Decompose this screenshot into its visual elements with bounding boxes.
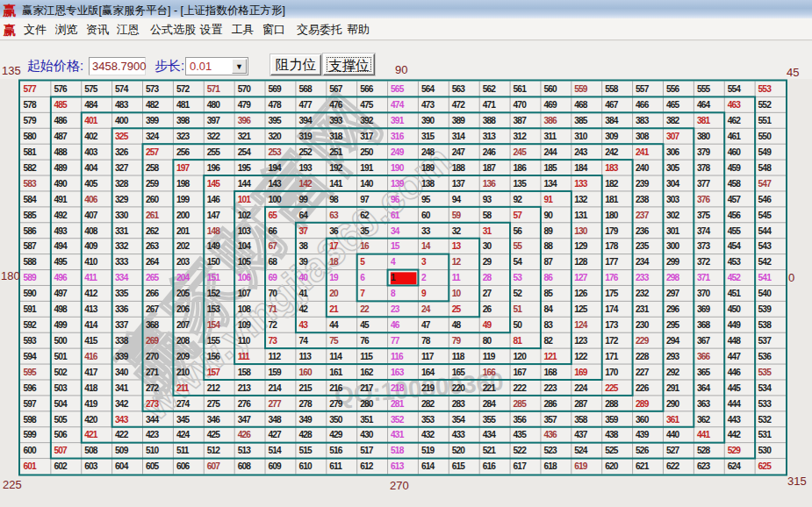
svg-text:172: 172 (605, 336, 619, 346)
svg-text:456: 456 (728, 211, 742, 220)
svg-text:168: 168 (544, 368, 558, 377)
svg-text:40: 40 (298, 273, 308, 282)
svg-text:255: 255 (207, 147, 221, 157)
svg-text:56: 56 (514, 226, 523, 236)
svg-text:142: 142 (298, 179, 313, 189)
svg-text:582: 582 (24, 163, 38, 173)
svg-text:455: 455 (728, 226, 742, 236)
svg-text:497: 497 (54, 289, 68, 298)
svg-text:24: 24 (421, 304, 431, 314)
svg-text:19: 19 (329, 273, 339, 282)
svg-text:426: 426 (238, 430, 252, 439)
svg-text:414: 414 (84, 320, 98, 330)
svg-text:22: 22 (360, 304, 370, 314)
svg-text:321: 321 (238, 132, 252, 141)
svg-text:390: 390 (421, 116, 435, 125)
svg-text:382: 382 (666, 116, 680, 125)
svg-text:39: 39 (298, 257, 308, 267)
svg-text:450: 450 (728, 304, 742, 314)
svg-text:254: 254 (238, 147, 252, 157)
svg-text:48: 48 (452, 320, 462, 330)
svg-text:265: 265 (146, 273, 160, 282)
svg-text:509: 509 (115, 446, 129, 455)
svg-text:404: 404 (84, 163, 98, 173)
svg-text:338: 338 (115, 336, 129, 346)
svg-text:323: 323 (176, 132, 190, 141)
svg-text:137: 137 (452, 179, 466, 189)
svg-text:464: 464 (697, 100, 711, 110)
svg-text:100: 100 (269, 195, 283, 204)
svg-text:233: 233 (636, 273, 650, 282)
svg-text:373: 373 (697, 241, 711, 251)
svg-text:90: 90 (544, 211, 554, 220)
svg-text:388: 388 (483, 116, 497, 125)
svg-text:70: 70 (269, 289, 278, 298)
svg-text:515: 515 (298, 446, 313, 455)
svg-text:548: 548 (758, 163, 772, 173)
svg-text:392: 392 (360, 116, 374, 125)
svg-text:80: 80 (483, 336, 492, 346)
svg-text:101: 101 (238, 195, 252, 204)
svg-text:230: 230 (636, 320, 650, 330)
svg-text:58: 58 (483, 211, 492, 220)
svg-text:572: 572 (176, 84, 190, 94)
svg-text:605: 605 (146, 461, 160, 471)
svg-text:285: 285 (514, 399, 528, 409)
svg-text:76: 76 (360, 336, 370, 346)
svg-text:283: 283 (452, 399, 466, 409)
svg-text:167: 167 (514, 368, 528, 377)
svg-text:343: 343 (115, 415, 129, 425)
svg-text:385: 385 (574, 116, 588, 125)
svg-text:473: 473 (421, 100, 435, 110)
svg-text:301: 301 (666, 226, 680, 236)
svg-text:175: 175 (605, 289, 619, 298)
svg-text:536: 536 (758, 352, 772, 361)
svg-text:315: 315 (421, 132, 435, 141)
svg-text:122: 122 (574, 352, 588, 361)
svg-text:585: 585 (24, 211, 38, 220)
svg-text:235: 235 (636, 241, 650, 251)
svg-text:29: 29 (483, 257, 492, 267)
svg-text:262: 262 (146, 226, 160, 236)
svg-text:106: 106 (238, 273, 252, 282)
svg-text:215: 215 (298, 383, 313, 393)
svg-text:192: 192 (329, 163, 343, 173)
svg-text:517: 517 (360, 446, 374, 455)
svg-text:165: 165 (452, 368, 466, 377)
svg-text:246: 246 (483, 147, 497, 157)
svg-text:598: 598 (24, 415, 38, 425)
svg-text:584: 584 (24, 195, 38, 204)
svg-text:370: 370 (697, 289, 711, 298)
svg-text:544: 544 (758, 226, 772, 236)
svg-text:159: 159 (269, 368, 283, 377)
svg-text:260: 260 (146, 195, 160, 204)
svg-text:403: 403 (84, 147, 98, 157)
svg-text:538: 538 (758, 320, 772, 330)
svg-text:178: 178 (605, 241, 619, 251)
svg-text:187: 187 (483, 163, 497, 173)
svg-text:477: 477 (298, 100, 313, 110)
svg-text:13: 13 (452, 241, 462, 251)
svg-text:368: 368 (697, 320, 711, 330)
svg-text:205: 205 (176, 289, 190, 298)
svg-text:47: 47 (421, 320, 431, 330)
svg-text:501: 501 (54, 352, 68, 361)
svg-text:444: 444 (728, 399, 742, 409)
svg-text:478: 478 (269, 100, 283, 110)
svg-text:72: 72 (269, 320, 278, 330)
svg-text:287: 287 (574, 399, 588, 409)
svg-text:521: 521 (483, 446, 497, 455)
svg-text:181: 181 (605, 195, 619, 204)
svg-text:309: 309 (605, 132, 619, 141)
svg-text:528: 528 (697, 446, 711, 455)
svg-text:82: 82 (544, 336, 554, 346)
svg-text:240: 240 (636, 163, 650, 173)
svg-text:213: 213 (238, 383, 252, 393)
svg-text:599: 599 (24, 430, 38, 439)
svg-text:366: 366 (697, 352, 711, 361)
svg-text:193: 193 (298, 163, 313, 173)
svg-text:547: 547 (758, 179, 772, 189)
svg-text:607: 607 (207, 461, 221, 471)
svg-text:371: 371 (697, 273, 711, 282)
svg-text:376: 376 (697, 195, 711, 204)
